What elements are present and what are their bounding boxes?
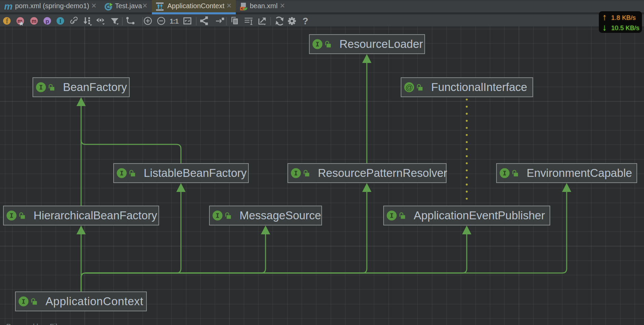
svg-text:f: f: [6, 17, 8, 25]
svg-text:m: m: [31, 18, 36, 24]
svg-text:@: @: [405, 83, 413, 92]
svg-text:m: m: [4, 2, 13, 11]
svg-text:?: ?: [302, 16, 308, 26]
svg-text:<: <: [241, 6, 243, 11]
svg-text:I: I: [59, 18, 61, 24]
svg-text:1:1: 1:1: [170, 17, 179, 25]
svg-text:p: p: [46, 18, 49, 24]
